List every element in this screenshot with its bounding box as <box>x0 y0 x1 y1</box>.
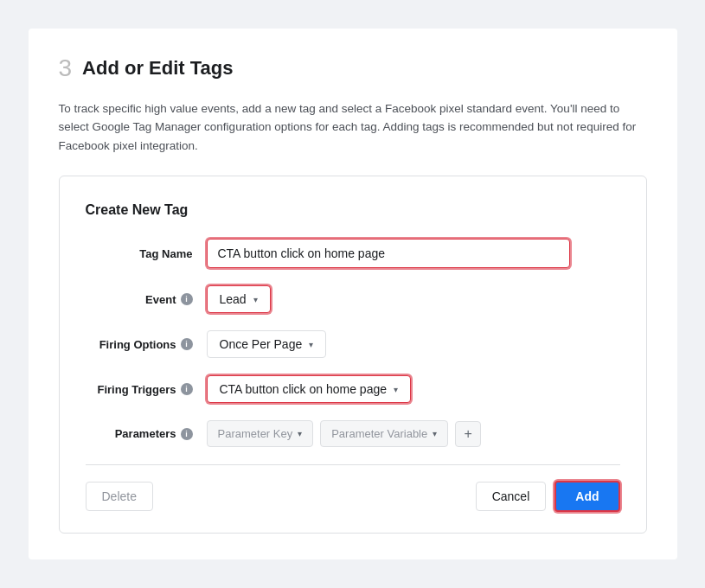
page-title: Add or Edit Tags <box>82 57 233 80</box>
firing-options-chevron-icon: ▾ <box>309 340 313 349</box>
firing-triggers-chevron-icon: ▾ <box>394 385 398 394</box>
firing-triggers-info-icon: i <box>181 383 193 395</box>
card-divider <box>86 464 620 465</box>
tag-name-input[interactable] <box>207 239 570 268</box>
firing-options-row: Firing Options i Once Per Page ▾ <box>86 330 620 358</box>
parameter-variable-dropdown[interactable]: Parameter Variable ▾ <box>320 420 448 447</box>
tag-name-row: Tag Name <box>86 239 620 268</box>
delete-button[interactable]: Delete <box>86 482 153 511</box>
parameter-variable-chevron-icon: ▾ <box>433 429 437 438</box>
add-button[interactable]: Add <box>554 481 619 512</box>
footer-right-actions: Cancel Add <box>476 481 620 512</box>
event-dropdown[interactable]: Lead ▾ <box>207 285 271 313</box>
firing-options-label: Firing Options i <box>86 338 207 351</box>
firing-options-info-icon: i <box>181 338 193 350</box>
card-footer: Delete Cancel Add <box>86 481 620 512</box>
firing-triggers-label: Firing Triggers i <box>86 383 207 396</box>
firing-triggers-dropdown[interactable]: CTA button click on home page ▾ <box>207 375 412 403</box>
card-title: Create New Tag <box>86 202 620 218</box>
parameters-info-icon: i <box>181 428 193 440</box>
event-info-icon: i <box>181 293 193 305</box>
page-description: To track specific high value events, add… <box>59 99 647 156</box>
tag-name-label: Tag Name <box>86 247 207 260</box>
event-chevron-icon: ▾ <box>253 295 258 304</box>
event-row: Event i Lead ▾ <box>86 285 620 313</box>
page-container: 3 Add or Edit Tags To track specific hig… <box>29 29 677 560</box>
firing-options-dropdown[interactable]: Once Per Page ▾ <box>207 330 327 358</box>
parameters-label: Parameters i <box>86 427 207 440</box>
event-label: Event i <box>86 293 207 306</box>
parameter-key-chevron-icon: ▾ <box>298 429 302 438</box>
step-number: 3 <box>59 54 73 82</box>
parameter-key-dropdown[interactable]: Parameter Key ▾ <box>207 420 314 447</box>
create-tag-card: Create New Tag Tag Name Event i Lead ▾ F… <box>59 176 647 534</box>
cancel-button[interactable]: Cancel <box>476 482 547 511</box>
firing-triggers-row: Firing Triggers i CTA button click on ho… <box>86 375 620 403</box>
parameters-controls: Parameter Key ▾ Parameter Variable ▾ + <box>207 420 482 447</box>
title-row: 3 Add or Edit Tags <box>59 54 647 82</box>
add-parameter-button[interactable]: + <box>455 421 481 447</box>
parameters-row: Parameters i Parameter Key ▾ Parameter V… <box>86 420 620 447</box>
